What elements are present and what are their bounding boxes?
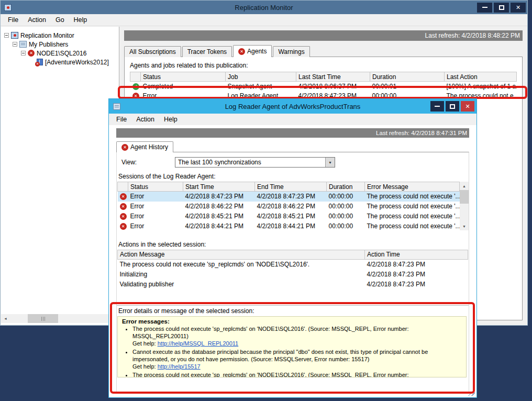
error-details-panel: Error messages: The process could not ex… (117, 316, 467, 377)
minimize-button[interactable] (477, 3, 492, 13)
help-link[interactable]: http://help/15517 (158, 363, 201, 370)
sessions-table: Status Start Time End Time Duration Erro… (117, 182, 460, 231)
maximize-button[interactable] (446, 101, 459, 112)
minimize-icon (482, 7, 487, 8)
publication-tabs: All Subscriptions Tracer Tokens Agents W… (124, 45, 527, 57)
get-help-label: Get help: (132, 363, 158, 370)
menu-file[interactable]: File (112, 114, 131, 125)
collapse-toggle-icon[interactable] (21, 51, 26, 55)
menu-go[interactable]: Go (51, 15, 69, 25)
error-messages-heading: Error messages: (122, 318, 461, 325)
column-header-icon[interactable] (130, 72, 141, 82)
column-header-last-start-time[interactable]: Last Start Time (296, 72, 370, 82)
tree-item-replication-monitor[interactable]: Replication Monitor (1, 31, 119, 40)
scroll-down-icon[interactable] (460, 222, 469, 230)
column-header-action-message[interactable]: Action Message (118, 250, 365, 259)
end-time-cell: 4/2/2018 8:45:21 PM (255, 211, 327, 221)
tree-item-my-publishers[interactable]: My Publishers (1, 40, 119, 49)
end-time-cell: 4/2/2018 8:46:22 PM (255, 202, 327, 211)
column-header-action-time[interactable]: Action Time (365, 250, 468, 259)
action-time-cell: 4/2/2018 8:47:23 PM (365, 259, 468, 269)
tree-item-node1-sql2016[interactable]: NODE1\SQL2016 (1, 49, 119, 58)
column-header-error-message[interactable]: Error Message (365, 182, 460, 192)
tree-horizontal-scrollbar[interactable] (1, 314, 118, 323)
close-icon (465, 103, 470, 110)
start-time-cell: 4/2/2018 8:45:21 PM (183, 211, 255, 221)
column-header-job[interactable]: Job (226, 72, 296, 82)
action-message-cell: Validating publisher (118, 279, 365, 289)
tree-item-label: Replication Monitor (20, 32, 74, 39)
duration-cell: 00:00:00 (327, 221, 365, 231)
menu-help[interactable]: Help (159, 114, 182, 125)
scroll-left-icon[interactable] (1, 314, 10, 323)
maximize-button[interactable] (494, 3, 509, 13)
collapse-toggle-icon[interactable] (4, 33, 9, 38)
end-time-cell: 4/2/2018 8:44:21 PM (255, 221, 327, 231)
scrollbar-thumb[interactable] (28, 314, 58, 323)
tab-warnings[interactable]: Warnings (273, 46, 309, 57)
status-cell: Error (128, 221, 183, 231)
column-header-status[interactable]: Status (141, 72, 226, 82)
column-header-status[interactable]: Status (128, 182, 183, 192)
maximize-icon (499, 5, 504, 10)
menu-help[interactable]: Help (69, 15, 92, 25)
scrollbar-thumb[interactable] (460, 190, 469, 204)
action-time-cell: 4/2/2018 8:47:23 PM (365, 279, 468, 289)
publishers-icon (19, 41, 27, 48)
action-message-cell: Initializing (118, 269, 365, 279)
start-time-cell: 4/2/2018 8:46:22 PM (183, 202, 255, 211)
tab-agents[interactable]: Agents (233, 45, 272, 57)
menu-file[interactable]: File (3, 15, 23, 25)
error-message-cell: The process could not execute '... (365, 202, 460, 211)
table-row[interactable]: Validating publisher 4/2/2018 8:47:23 PM (118, 279, 468, 289)
tab-agent-history[interactable]: Agent History (116, 141, 173, 152)
error-status-icon (28, 50, 35, 57)
chevron-down-icon[interactable] (325, 158, 335, 167)
error-details-separator (117, 305, 469, 306)
column-header-duration[interactable]: Duration (370, 72, 445, 82)
close-button[interactable] (461, 101, 474, 112)
error-message-text: The process could not execute 'sp_replcm… (132, 372, 408, 377)
scrollbar-track[interactable] (10, 314, 109, 323)
scroll-up-icon[interactable] (460, 182, 469, 190)
sessions-label: Sessions of the Log Reader Agent: (118, 173, 469, 180)
duration-cell: 00:00:00 (327, 202, 365, 211)
column-header-start-time[interactable]: Start Time (183, 182, 255, 192)
tab-label: All Subscriptions (129, 48, 176, 55)
agent-history-panel: View: The last 100 synchronizations Sess… (116, 152, 469, 394)
table-row[interactable]: Error 4/2/2018 8:47:23 PM 4/2/2018 8:47:… (118, 192, 460, 202)
agents-section-label: Agents and jobs related to this publicat… (130, 62, 522, 69)
desktop: { "colors": { "desktop_bg": "#263a5f", "… (0, 0, 532, 401)
duration-cell: 00:00:00 (327, 211, 365, 221)
table-row[interactable]: Error 4/2/2018 8:46:22 PM 4/2/2018 8:46:… (118, 202, 460, 211)
start-time-cell: 4/2/2018 8:47:23 PM (183, 192, 255, 202)
tab-tracer-tokens[interactable]: Tracer Tokens (182, 46, 232, 57)
status-cell: Error (128, 202, 183, 211)
tab-label: Warnings (278, 48, 304, 55)
completed-status-icon (132, 83, 139, 90)
help-link[interactable]: http://help/MSSQL_REPL20011 (158, 340, 239, 347)
collapse-toggle-icon[interactable] (13, 42, 17, 47)
main-titlebar: Replication Monitor (1, 1, 527, 14)
table-row[interactable]: Error 4/2/2018 8:44:21 PM 4/2/2018 8:44:… (118, 221, 460, 231)
sessions-vertical-scrollbar[interactable] (460, 182, 469, 230)
column-header-duration[interactable]: Duration (327, 182, 365, 192)
column-header-icon[interactable] (118, 182, 128, 192)
table-row[interactable]: Completed Snapshot Agent 4/2/2018 8:06:3… (130, 82, 517, 91)
duration-cell: 00:00:00 (327, 192, 365, 202)
view-dropdown[interactable]: The last 100 synchronizations (175, 157, 335, 168)
column-header-last-action[interactable]: Last Action (445, 72, 517, 82)
minimize-button[interactable] (430, 101, 444, 112)
table-row[interactable]: Initializing 4/2/2018 8:47:23 PM (118, 269, 468, 279)
action-message-cell: The process could not execute 'sp_replcm… (118, 259, 365, 269)
view-dropdown-value: The last 100 synchronizations (175, 158, 325, 167)
close-button[interactable] (511, 3, 526, 13)
tree-item-adventureworks2012[interactable]: [AdventureWorks2012] (1, 58, 119, 66)
table-row[interactable]: Error 4/2/2018 8:45:21 PM 4/2/2018 8:45:… (118, 211, 460, 221)
column-header-end-time[interactable]: End Time (255, 182, 327, 192)
tab-all-subscriptions[interactable]: All Subscriptions (124, 46, 181, 57)
scrollbar-track[interactable] (460, 190, 469, 222)
table-row[interactable]: The process could not execute 'sp_replcm… (118, 259, 468, 269)
menu-action[interactable]: Action (131, 114, 159, 125)
menu-action[interactable]: Action (23, 15, 51, 25)
